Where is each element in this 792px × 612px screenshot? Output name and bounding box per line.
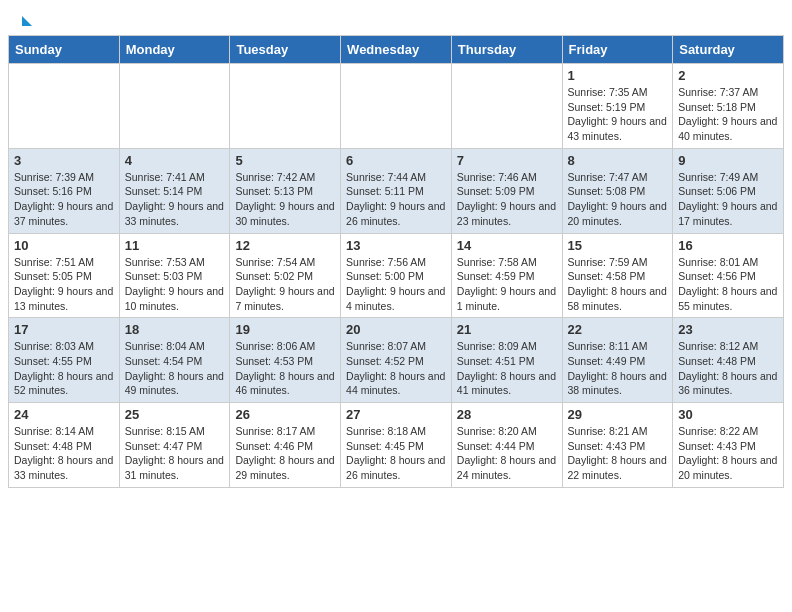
calendar-week-row: 10Sunrise: 7:51 AM Sunset: 5:05 PM Dayli… xyxy=(9,233,784,318)
day-number: 6 xyxy=(346,153,446,168)
day-info: Sunrise: 7:59 AM Sunset: 4:58 PM Dayligh… xyxy=(568,255,668,314)
day-info: Sunrise: 7:58 AM Sunset: 4:59 PM Dayligh… xyxy=(457,255,557,314)
day-info: Sunrise: 7:41 AM Sunset: 5:14 PM Dayligh… xyxy=(125,170,225,229)
calendar-day: 28Sunrise: 8:20 AM Sunset: 4:44 PM Dayli… xyxy=(451,403,562,488)
col-saturday: Saturday xyxy=(673,36,784,64)
day-info: Sunrise: 8:09 AM Sunset: 4:51 PM Dayligh… xyxy=(457,339,557,398)
day-info: Sunrise: 8:07 AM Sunset: 4:52 PM Dayligh… xyxy=(346,339,446,398)
calendar-day: 5Sunrise: 7:42 AM Sunset: 5:13 PM Daylig… xyxy=(230,148,341,233)
calendar-day: 16Sunrise: 8:01 AM Sunset: 4:56 PM Dayli… xyxy=(673,233,784,318)
calendar-day: 21Sunrise: 8:09 AM Sunset: 4:51 PM Dayli… xyxy=(451,318,562,403)
col-monday: Monday xyxy=(119,36,230,64)
calendar-day: 8Sunrise: 7:47 AM Sunset: 5:08 PM Daylig… xyxy=(562,148,673,233)
calendar-day: 6Sunrise: 7:44 AM Sunset: 5:11 PM Daylig… xyxy=(341,148,452,233)
calendar-day: 4Sunrise: 7:41 AM Sunset: 5:14 PM Daylig… xyxy=(119,148,230,233)
day-number: 15 xyxy=(568,238,668,253)
calendar-day: 30Sunrise: 8:22 AM Sunset: 4:43 PM Dayli… xyxy=(673,403,784,488)
calendar-header-row: Sunday Monday Tuesday Wednesday Thursday… xyxy=(9,36,784,64)
calendar-week-row: 1Sunrise: 7:35 AM Sunset: 5:19 PM Daylig… xyxy=(9,64,784,149)
calendar-day: 23Sunrise: 8:12 AM Sunset: 4:48 PM Dayli… xyxy=(673,318,784,403)
calendar-day: 27Sunrise: 8:18 AM Sunset: 4:45 PM Dayli… xyxy=(341,403,452,488)
day-number: 13 xyxy=(346,238,446,253)
calendar-day: 18Sunrise: 8:04 AM Sunset: 4:54 PM Dayli… xyxy=(119,318,230,403)
calendar-table: Sunday Monday Tuesday Wednesday Thursday… xyxy=(8,35,784,488)
calendar-day xyxy=(9,64,120,149)
day-number: 24 xyxy=(14,407,114,422)
day-number: 8 xyxy=(568,153,668,168)
calendar-day: 12Sunrise: 7:54 AM Sunset: 5:02 PM Dayli… xyxy=(230,233,341,318)
calendar-day: 19Sunrise: 8:06 AM Sunset: 4:53 PM Dayli… xyxy=(230,318,341,403)
day-info: Sunrise: 8:15 AM Sunset: 4:47 PM Dayligh… xyxy=(125,424,225,483)
day-number: 10 xyxy=(14,238,114,253)
calendar-day xyxy=(451,64,562,149)
day-number: 17 xyxy=(14,322,114,337)
calendar-day xyxy=(341,64,452,149)
day-number: 1 xyxy=(568,68,668,83)
calendar-day: 7Sunrise: 7:46 AM Sunset: 5:09 PM Daylig… xyxy=(451,148,562,233)
day-number: 16 xyxy=(678,238,778,253)
calendar-week-row: 17Sunrise: 8:03 AM Sunset: 4:55 PM Dayli… xyxy=(9,318,784,403)
day-number: 12 xyxy=(235,238,335,253)
col-friday: Friday xyxy=(562,36,673,64)
col-tuesday: Tuesday xyxy=(230,36,341,64)
day-info: Sunrise: 7:35 AM Sunset: 5:19 PM Dayligh… xyxy=(568,85,668,144)
col-wednesday: Wednesday xyxy=(341,36,452,64)
day-info: Sunrise: 8:22 AM Sunset: 4:43 PM Dayligh… xyxy=(678,424,778,483)
calendar-week-row: 3Sunrise: 7:39 AM Sunset: 5:16 PM Daylig… xyxy=(9,148,784,233)
day-number: 2 xyxy=(678,68,778,83)
day-number: 9 xyxy=(678,153,778,168)
day-number: 22 xyxy=(568,322,668,337)
day-info: Sunrise: 8:03 AM Sunset: 4:55 PM Dayligh… xyxy=(14,339,114,398)
day-info: Sunrise: 7:44 AM Sunset: 5:11 PM Dayligh… xyxy=(346,170,446,229)
calendar-day xyxy=(119,64,230,149)
calendar-day: 10Sunrise: 7:51 AM Sunset: 5:05 PM Dayli… xyxy=(9,233,120,318)
day-info: Sunrise: 8:01 AM Sunset: 4:56 PM Dayligh… xyxy=(678,255,778,314)
calendar-day: 17Sunrise: 8:03 AM Sunset: 4:55 PM Dayli… xyxy=(9,318,120,403)
day-number: 26 xyxy=(235,407,335,422)
calendar-week-row: 24Sunrise: 8:14 AM Sunset: 4:48 PM Dayli… xyxy=(9,403,784,488)
day-info: Sunrise: 7:54 AM Sunset: 5:02 PM Dayligh… xyxy=(235,255,335,314)
day-number: 21 xyxy=(457,322,557,337)
calendar-day: 3Sunrise: 7:39 AM Sunset: 5:16 PM Daylig… xyxy=(9,148,120,233)
calendar-day: 1Sunrise: 7:35 AM Sunset: 5:19 PM Daylig… xyxy=(562,64,673,149)
calendar-day: 13Sunrise: 7:56 AM Sunset: 5:00 PM Dayli… xyxy=(341,233,452,318)
day-info: Sunrise: 7:46 AM Sunset: 5:09 PM Dayligh… xyxy=(457,170,557,229)
day-info: Sunrise: 7:47 AM Sunset: 5:08 PM Dayligh… xyxy=(568,170,668,229)
col-thursday: Thursday xyxy=(451,36,562,64)
day-number: 5 xyxy=(235,153,335,168)
day-info: Sunrise: 8:11 AM Sunset: 4:49 PM Dayligh… xyxy=(568,339,668,398)
day-info: Sunrise: 8:06 AM Sunset: 4:53 PM Dayligh… xyxy=(235,339,335,398)
day-info: Sunrise: 7:37 AM Sunset: 5:18 PM Dayligh… xyxy=(678,85,778,144)
calendar-day: 15Sunrise: 7:59 AM Sunset: 4:58 PM Dayli… xyxy=(562,233,673,318)
calendar-day: 2Sunrise: 7:37 AM Sunset: 5:18 PM Daylig… xyxy=(673,64,784,149)
calendar-day: 14Sunrise: 7:58 AM Sunset: 4:59 PM Dayli… xyxy=(451,233,562,318)
day-info: Sunrise: 8:04 AM Sunset: 4:54 PM Dayligh… xyxy=(125,339,225,398)
day-info: Sunrise: 8:20 AM Sunset: 4:44 PM Dayligh… xyxy=(457,424,557,483)
day-info: Sunrise: 8:18 AM Sunset: 4:45 PM Dayligh… xyxy=(346,424,446,483)
page-header xyxy=(0,0,792,35)
calendar-day: 11Sunrise: 7:53 AM Sunset: 5:03 PM Dayli… xyxy=(119,233,230,318)
day-info: Sunrise: 7:51 AM Sunset: 5:05 PM Dayligh… xyxy=(14,255,114,314)
day-info: Sunrise: 7:39 AM Sunset: 5:16 PM Dayligh… xyxy=(14,170,114,229)
col-sunday: Sunday xyxy=(9,36,120,64)
day-info: Sunrise: 7:42 AM Sunset: 5:13 PM Dayligh… xyxy=(235,170,335,229)
calendar-day: 9Sunrise: 7:49 AM Sunset: 5:06 PM Daylig… xyxy=(673,148,784,233)
day-info: Sunrise: 8:17 AM Sunset: 4:46 PM Dayligh… xyxy=(235,424,335,483)
day-number: 19 xyxy=(235,322,335,337)
logo xyxy=(20,16,32,27)
day-info: Sunrise: 7:49 AM Sunset: 5:06 PM Dayligh… xyxy=(678,170,778,229)
calendar-day: 25Sunrise: 8:15 AM Sunset: 4:47 PM Dayli… xyxy=(119,403,230,488)
day-number: 20 xyxy=(346,322,446,337)
day-info: Sunrise: 7:53 AM Sunset: 5:03 PM Dayligh… xyxy=(125,255,225,314)
calendar-day xyxy=(230,64,341,149)
day-number: 3 xyxy=(14,153,114,168)
day-info: Sunrise: 7:56 AM Sunset: 5:00 PM Dayligh… xyxy=(346,255,446,314)
day-number: 7 xyxy=(457,153,557,168)
calendar-day: 24Sunrise: 8:14 AM Sunset: 4:48 PM Dayli… xyxy=(9,403,120,488)
day-number: 11 xyxy=(125,238,225,253)
day-number: 14 xyxy=(457,238,557,253)
calendar-day: 22Sunrise: 8:11 AM Sunset: 4:49 PM Dayli… xyxy=(562,318,673,403)
day-number: 25 xyxy=(125,407,225,422)
calendar-day: 26Sunrise: 8:17 AM Sunset: 4:46 PM Dayli… xyxy=(230,403,341,488)
day-number: 29 xyxy=(568,407,668,422)
